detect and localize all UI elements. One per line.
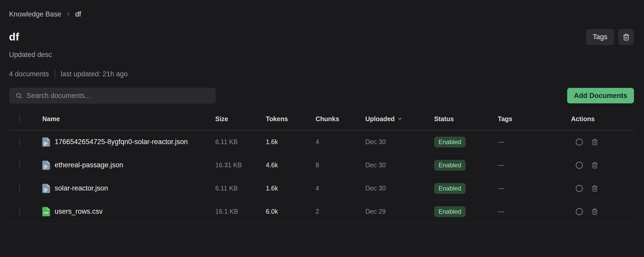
documents-count: 4 documents — [9, 70, 49, 78]
status-badge: Enabled — [434, 137, 466, 147]
delete-document-button[interactable] — [591, 208, 598, 215]
document-chunks: 2 — [316, 208, 365, 215]
document-name[interactable]: solar-reactor.json — [55, 184, 113, 192]
last-updated: last updated: 21h ago — [61, 70, 128, 78]
knowledge-base-detail-page: Knowledge Base df df Tags Updated desc 4… — [0, 0, 644, 257]
document-tags: — — [498, 138, 571, 146]
trash-icon — [591, 185, 598, 192]
status-badge: Enabled — [434, 206, 466, 217]
row-checkbox[interactable] — [19, 161, 20, 169]
add-documents-button[interactable]: Add Documents — [567, 88, 634, 103]
status-badge: Enabled — [434, 183, 466, 194]
trash-icon — [591, 208, 598, 215]
delete-document-button[interactable] — [591, 162, 598, 169]
document-tokens: 6.0k — [266, 208, 316, 215]
document-tags: — — [498, 208, 571, 215]
column-header-name[interactable]: Name — [42, 115, 215, 123]
search-bar — [9, 88, 216, 104]
tags-button[interactable]: Tags — [586, 29, 614, 45]
document-uploaded: Dec 30 — [365, 138, 434, 146]
chevron-down-icon — [397, 116, 402, 121]
search-icon — [15, 92, 22, 99]
breadcrumb-current: df — [75, 10, 81, 18]
column-header-chunks[interactable]: Chunks — [316, 115, 365, 123]
status-badge: Enabled — [434, 160, 466, 171]
table-row: solar-reactor.json 6.11 KB 1.6k 4 Dec 30… — [9, 177, 634, 200]
document-size: 6.11 KB — [215, 185, 266, 192]
page-title: df — [9, 31, 19, 43]
delete-document-button[interactable] — [591, 139, 598, 145]
breadcrumb-knowledge-base-link[interactable]: Knowledge Base — [9, 10, 61, 18]
toggle-status-button[interactable] — [575, 138, 583, 146]
page-description: Updated desc — [9, 51, 634, 59]
column-header-uploaded[interactable]: Uploaded — [365, 115, 434, 123]
table-row: ethereal-passage.json 16.31 KB 4.6k 8 De… — [9, 154, 634, 177]
trash-icon — [591, 162, 598, 169]
svg-text:csv: csv — [44, 211, 49, 214]
column-header-tags[interactable]: Tags — [498, 115, 571, 123]
json-file-icon — [42, 184, 50, 193]
select-all-checkbox[interactable] — [19, 115, 20, 123]
document-tokens: 4.6k — [266, 161, 316, 169]
documents-table: Name Size Tokens Chunks Uploaded Status … — [9, 104, 634, 223]
chevron-right-icon — [65, 11, 71, 17]
column-header-size[interactable]: Size — [215, 115, 266, 123]
delete-knowledge-base-button[interactable] — [618, 29, 634, 45]
document-name[interactable]: users_rows.csv — [55, 208, 108, 215]
table-row: csv users_rows.csv 16.1 KB 6.0k 2 Dec 29… — [9, 200, 634, 223]
trash-icon — [623, 34, 630, 41]
document-tokens: 1.6k — [266, 138, 316, 146]
document-size: 6.11 KB — [215, 138, 266, 146]
document-size: 16.31 KB — [215, 161, 266, 169]
toggle-status-button[interactable] — [575, 161, 583, 169]
meta-divider — [55, 70, 55, 78]
meta-row: 4 documents last updated: 21h ago — [9, 70, 634, 78]
search-input[interactable] — [9, 88, 216, 104]
json-file-icon — [42, 161, 50, 170]
row-checkbox[interactable] — [19, 138, 20, 146]
circle-icon — [575, 185, 583, 192]
document-uploaded: Dec 30 — [365, 185, 434, 192]
document-name[interactable]: 1766542654725-8ygfqn0-solar-reactor.json — [55, 138, 193, 146]
breadcrumb: Knowledge Base df — [9, 0, 634, 18]
document-tags: — — [498, 185, 571, 192]
json-file-icon — [42, 137, 50, 147]
document-uploaded: Dec 29 — [365, 208, 434, 215]
document-uploaded: Dec 30 — [365, 161, 434, 169]
column-header-actions: Actions — [571, 115, 634, 123]
title-row: df Tags — [9, 29, 634, 45]
document-chunks: 4 — [316, 138, 365, 146]
toggle-status-button[interactable] — [575, 208, 583, 215]
circle-icon — [575, 161, 583, 169]
document-size: 16.1 KB — [215, 208, 266, 215]
table-row: 1766542654725-8ygfqn0-solar-reactor.json… — [9, 130, 634, 154]
document-chunks: 4 — [316, 185, 365, 192]
document-tokens: 1.6k — [266, 185, 316, 192]
column-header-tokens[interactable]: Tokens — [266, 115, 316, 123]
toggle-status-button[interactable] — [575, 185, 583, 192]
column-header-status[interactable]: Status — [434, 115, 498, 123]
circle-icon — [575, 208, 583, 215]
row-checkbox[interactable] — [19, 208, 20, 215]
row-checkbox[interactable] — [19, 184, 20, 192]
circle-icon — [575, 138, 583, 146]
toolbar: Add Documents — [9, 88, 634, 104]
table-header-row: Name Size Tokens Chunks Uploaded Status … — [9, 104, 634, 130]
title-actions: Tags — [586, 29, 634, 45]
delete-document-button[interactable] — [591, 185, 598, 192]
document-tags: — — [498, 161, 571, 169]
csv-file-icon: csv — [42, 207, 50, 216]
document-name[interactable]: ethereal-passage.json — [55, 161, 128, 169]
trash-icon — [591, 139, 598, 145]
document-chunks: 8 — [316, 161, 365, 169]
